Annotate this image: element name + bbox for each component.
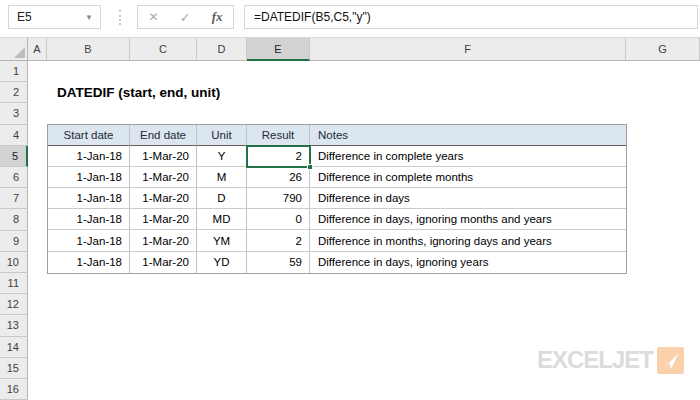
- table-cell[interactable]: 1-Mar-20: [130, 188, 197, 209]
- excel-window: E5 ▼ ✕ ✓ fx =DATEDIF(B5,C5,"y") ABCDEFG1…: [0, 0, 700, 400]
- table-cell[interactable]: 2: [247, 146, 310, 167]
- row-header-11[interactable]: 11: [0, 273, 28, 294]
- table-cell[interactable]: 1-Mar-20: [130, 230, 197, 251]
- row-header-4[interactable]: 4: [0, 125, 28, 146]
- table-cell[interactable]: YD: [197, 252, 247, 273]
- table-header-cell[interactable]: Start date: [48, 125, 130, 146]
- exceljet-logo-text: EXCELJET: [537, 346, 653, 374]
- table-cell[interactable]: 0: [247, 209, 310, 230]
- worksheet-title-cell[interactable]: DATEDIF (start, end, unit): [57, 82, 220, 104]
- table-cell[interactable]: 1-Jan-18: [48, 167, 130, 188]
- row-header-7[interactable]: 7: [0, 188, 28, 209]
- row-header-14[interactable]: 14: [0, 337, 28, 358]
- insert-function-icon[interactable]: fx: [212, 9, 223, 25]
- table-header-cell[interactable]: Unit: [197, 125, 247, 146]
- row-header-12[interactable]: 12: [0, 294, 28, 315]
- table-cell[interactable]: MD: [197, 209, 247, 230]
- row-header-1[interactable]: 1: [0, 61, 28, 82]
- table-header-cell[interactable]: End date: [130, 125, 197, 146]
- table-cell[interactable]: 1-Mar-20: [130, 146, 197, 167]
- name-box-value: E5: [9, 10, 85, 24]
- cancel-icon[interactable]: ✕: [149, 10, 159, 24]
- name-box-dropdown-icon[interactable]: ▼: [85, 13, 100, 22]
- row-header-6[interactable]: 6: [0, 167, 28, 188]
- table-cell[interactable]: Difference in months, ignoring days and …: [310, 230, 626, 251]
- table-cell[interactable]: 1-Jan-18: [48, 230, 130, 251]
- table-cell[interactable]: Difference in complete years: [310, 146, 626, 167]
- table-cell[interactable]: Difference in days, ignoring months and …: [310, 209, 626, 230]
- select-all-corner[interactable]: [0, 37, 28, 61]
- formula-bar-row: E5 ▼ ✕ ✓ fx =DATEDIF(B5,C5,"y"): [0, 0, 700, 37]
- table-cell[interactable]: 59: [247, 252, 310, 273]
- row-header-9[interactable]: 9: [0, 231, 28, 252]
- table-cell[interactable]: 1-Jan-18: [48, 252, 130, 273]
- row-header-13[interactable]: 13: [0, 315, 28, 336]
- table-cell[interactable]: 1-Mar-20: [130, 252, 197, 273]
- formula-bar-separator: [119, 10, 122, 25]
- table-cell[interactable]: YM: [197, 230, 247, 251]
- table-cell[interactable]: 2: [247, 230, 310, 251]
- formula-text: =DATEDIF(B5,C5,"y"): [245, 10, 371, 24]
- table-cell[interactable]: 26: [247, 167, 310, 188]
- table-cell[interactable]: 790: [247, 188, 310, 209]
- table-cell[interactable]: 1-Jan-18: [48, 146, 130, 167]
- table-cell[interactable]: Y: [197, 146, 247, 167]
- column-header-e[interactable]: E: [247, 37, 310, 61]
- column-header-d[interactable]: D: [197, 37, 247, 61]
- row-header-5[interactable]: 5: [0, 146, 28, 167]
- table-cell[interactable]: Difference in days, ignoring years: [310, 252, 626, 273]
- exceljet-logo: EXCELJET: [537, 346, 684, 374]
- formula-buttons: ✕ ✓ fx: [137, 5, 234, 29]
- table-header-cell[interactable]: Notes: [310, 125, 626, 146]
- formula-input[interactable]: =DATEDIF(B5,C5,"y"): [244, 5, 698, 29]
- row-header-3[interactable]: 3: [0, 103, 28, 124]
- table-cell[interactable]: D: [197, 188, 247, 209]
- table-cell[interactable]: M: [197, 167, 247, 188]
- row-header-10[interactable]: 10: [0, 252, 28, 273]
- column-header-f[interactable]: F: [310, 37, 626, 61]
- column-header-a[interactable]: A: [28, 37, 47, 61]
- table-cell[interactable]: Difference in complete months: [310, 167, 626, 188]
- select-all-triangle-icon: [14, 47, 25, 58]
- row-header-16[interactable]: 16: [0, 379, 28, 400]
- table-header-cell[interactable]: Result: [247, 125, 310, 146]
- table-cell[interactable]: 1-Mar-20: [130, 209, 197, 230]
- row-header-2[interactable]: 2: [0, 82, 28, 103]
- row-header-15[interactable]: 15: [0, 358, 28, 379]
- confirm-icon[interactable]: ✓: [180, 10, 191, 25]
- table-cell[interactable]: Difference in days: [310, 188, 626, 209]
- column-header-b[interactable]: B: [47, 37, 130, 61]
- name-box[interactable]: E5 ▼: [8, 5, 101, 29]
- row-header-8[interactable]: 8: [0, 209, 28, 230]
- table-cell[interactable]: 1-Jan-18: [48, 209, 130, 230]
- paper-plane-icon: [657, 347, 684, 374]
- column-header-c[interactable]: C: [130, 37, 197, 61]
- table-cell[interactable]: 1-Mar-20: [130, 167, 197, 188]
- datedif-table: Start dateEnd dateUnitResultNotes1-Jan-1…: [47, 124, 627, 274]
- column-header-g[interactable]: G: [626, 37, 700, 61]
- table-cell[interactable]: 1-Jan-18: [48, 188, 130, 209]
